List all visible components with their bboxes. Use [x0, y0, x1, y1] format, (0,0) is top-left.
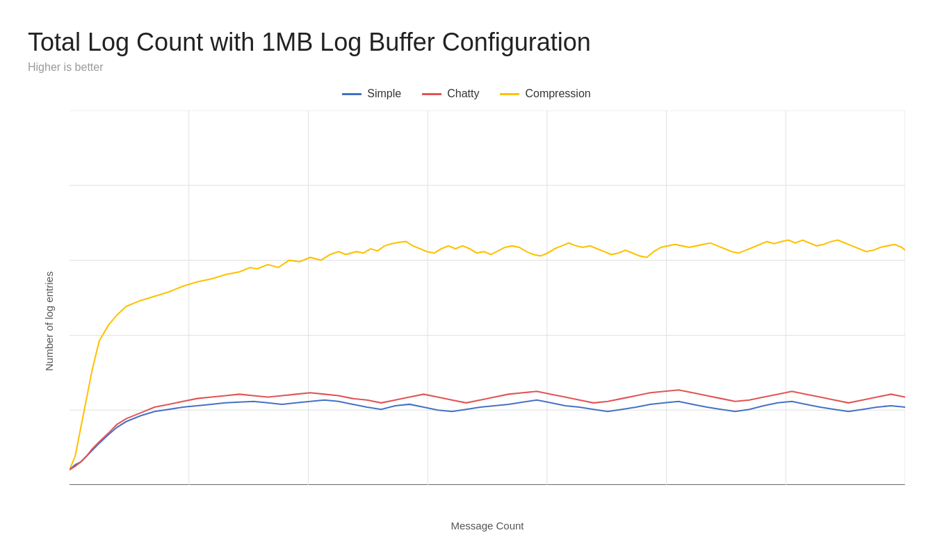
legend-label-simple: Simple: [367, 88, 401, 100]
legend-item-compression: Compression: [500, 88, 590, 100]
legend-label-chatty: Chatty: [447, 88, 479, 100]
compression-legend-line: [500, 93, 519, 95]
y-axis-label: Number of log entries: [28, 110, 70, 532]
compression-line: [70, 240, 905, 470]
chart-subtitle: Higher is better: [28, 61, 905, 74]
legend: Simple Chatty Compression: [28, 88, 905, 100]
chatty-legend-line: [422, 93, 441, 95]
x-axis-label: Message Count: [70, 520, 905, 532]
legend-item-chatty: Chatty: [422, 88, 479, 100]
legend-item-simple: Simple: [342, 88, 401, 100]
simple-line: [70, 400, 905, 470]
simple-legend-line: [342, 93, 362, 95]
legend-label-compression: Compression: [525, 88, 590, 100]
chart-container: Total Log Count with 1MB Log Buffer Conf…: [0, 0, 933, 560]
chart-title: Total Log Count with 1MB Log Buffer Conf…: [28, 28, 905, 57]
chatty-line: [70, 390, 905, 470]
chart-svg: 250000 200000 150000 100000 50000 0 1000…: [70, 110, 905, 485]
